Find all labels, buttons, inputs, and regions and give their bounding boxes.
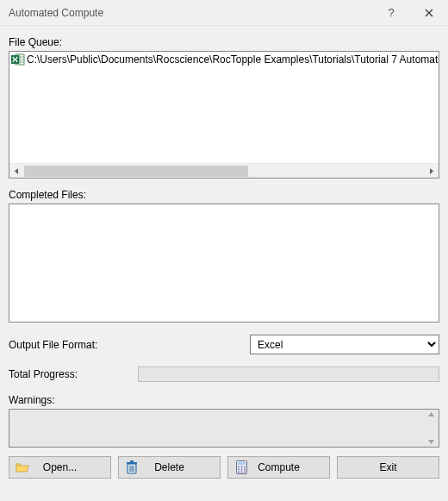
scroll-down-icon	[428, 440, 434, 444]
progress-bar	[138, 366, 439, 382]
svg-rect-17	[238, 469, 240, 471]
horizontal-scrollbar[interactable]	[9, 163, 439, 178]
svg-rect-15	[240, 467, 242, 468]
output-format-select[interactable]: Excel	[250, 335, 439, 354]
output-format-row: Output File Format: Excel	[9, 335, 439, 354]
exit-button[interactable]: Exit	[337, 456, 439, 479]
exit-button-label: Exit	[379, 461, 396, 473]
scrollbar-track[interactable]	[24, 164, 424, 178]
total-progress-row: Total Progress:	[9, 366, 439, 382]
file-queue-item[interactable]: C:\Users\Public\Documents\Rocscience\Roc…	[9, 52, 439, 67]
svg-rect-13	[238, 462, 246, 465]
warnings-scrollbar[interactable]	[424, 410, 439, 447]
svg-rect-22	[244, 472, 246, 473]
scroll-up-icon	[428, 412, 434, 416]
warnings-label: Warnings:	[9, 394, 439, 406]
close-icon	[425, 9, 433, 17]
button-row: Open... Delete	[9, 456, 439, 479]
output-format-label: Output File Format:	[9, 339, 138, 351]
file-queue-list[interactable]: C:\Users\Public\Documents\Rocscience\Roc…	[9, 51, 439, 178]
svg-rect-11	[130, 460, 134, 462]
open-button[interactable]: Open...	[9, 456, 111, 479]
scroll-left-arrow[interactable]	[9, 164, 24, 178]
svg-rect-14	[238, 467, 240, 468]
folder-open-icon	[16, 460, 29, 474]
delete-button[interactable]: Delete	[118, 456, 221, 479]
completed-files-list[interactable]	[9, 204, 439, 323]
completed-files-label: Completed Files:	[9, 189, 439, 201]
svg-rect-10	[127, 462, 137, 464]
svg-rect-21	[240, 472, 242, 473]
file-path-text: C:\Users\Public\Documents\Rocscience\Roc…	[27, 53, 439, 66]
titlebar: Automated Compute ?	[0, 0, 448, 26]
scroll-right-arrow[interactable]	[424, 164, 439, 178]
compute-button[interactable]: Compute	[227, 456, 330, 479]
trash-icon	[125, 460, 139, 474]
delete-button-label: Delete	[154, 461, 184, 473]
excel-icon	[11, 53, 25, 66]
svg-rect-16	[244, 467, 246, 468]
svg-rect-18	[240, 469, 242, 471]
open-button-label: Open...	[43, 461, 77, 473]
close-button[interactable]	[410, 0, 448, 26]
compute-button-label: Compute	[258, 461, 300, 473]
help-button[interactable]: ?	[372, 0, 410, 26]
calculator-icon	[234, 460, 248, 474]
svg-rect-20	[238, 472, 240, 473]
scrollbar-thumb[interactable]	[24, 166, 248, 177]
total-progress-label: Total Progress:	[9, 368, 138, 380]
warnings-box	[9, 409, 439, 448]
svg-rect-19	[244, 469, 246, 471]
dialog-content: File Queue: C:\Users\Public\Documents\Ro…	[0, 26, 448, 487]
window-title: Automated Compute	[9, 7, 372, 19]
file-queue-label: File Queue:	[9, 36, 439, 48]
